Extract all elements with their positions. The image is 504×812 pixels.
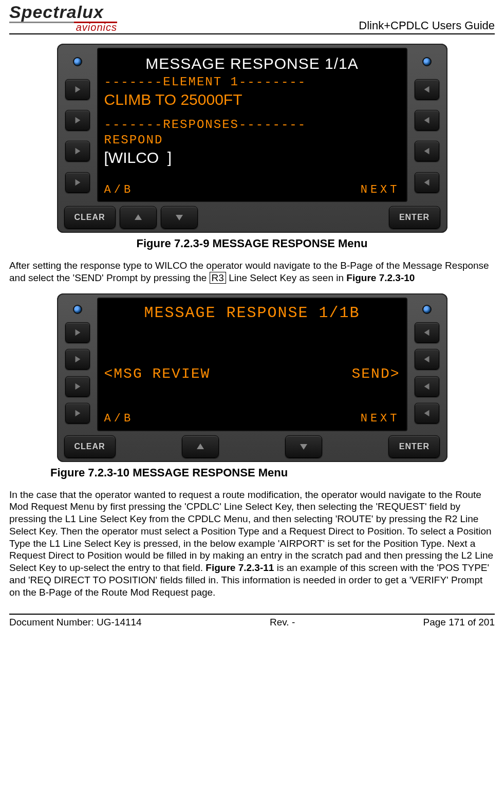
triangle-right-icon [73, 355, 82, 364]
lsk-r1[interactable] [415, 79, 439, 100]
lsk-r3[interactable] [415, 376, 439, 397]
indicator-light [422, 57, 432, 66]
key-label: R3 [210, 272, 226, 284]
msg-review-prompt: <MSG REVIEW [104, 365, 211, 383]
logo-main: Spectralux [9, 3, 117, 21]
triangle-left-icon [422, 116, 432, 125]
lsk-r2[interactable] [415, 110, 439, 131]
triangle-up-icon [195, 441, 206, 452]
cdu-bottom-row: CLEAR ENTER [62, 206, 442, 229]
cdu-bottom-row: CLEAR ENTER [62, 435, 442, 458]
svg-marker-13 [75, 410, 80, 417]
screen-action-row: <MSG REVIEW SEND> [104, 365, 400, 383]
bottom-left-label: A/B [104, 183, 134, 197]
respond-label: RESPOND [104, 133, 400, 148]
screen-bottom-row: A/B NEXT [104, 409, 400, 426]
svg-marker-2 [75, 148, 80, 155]
triangle-left-icon [422, 382, 432, 391]
indicator-light [422, 305, 432, 314]
revision: Rev. - [270, 617, 295, 628]
triangle-right-icon [73, 178, 82, 187]
down-arrow-button[interactable] [285, 435, 322, 458]
doc-number: Document Number: UG-14114 [9, 617, 142, 628]
cdu-device-1: MESSAGE RESPONSE 1/1A -------ELEMENT 1--… [57, 44, 447, 233]
body-paragraph-1: After setting the response type to WILCO… [9, 260, 495, 284]
lsk-l1[interactable] [65, 322, 90, 343]
send-prompt: SEND> [351, 365, 400, 383]
lsk-l3[interactable] [65, 376, 90, 397]
lsk-l1[interactable] [65, 79, 90, 100]
svg-marker-15 [424, 356, 429, 363]
element-header: -------ELEMENT 1-------- [104, 75, 400, 90]
triangle-left-icon [422, 146, 432, 156]
up-arrow-button[interactable] [182, 435, 219, 458]
clear-button[interactable]: CLEAR [64, 435, 116, 458]
figure-caption-2: Figure 7.2.3-10 MESSAGE RESPONSE Menu [9, 466, 495, 479]
screen-bottom-row: A/B NEXT [104, 180, 400, 197]
lsk-r4[interactable] [415, 403, 439, 423]
lsk-r1[interactable] [415, 322, 439, 343]
svg-marker-11 [75, 356, 80, 363]
screen-title: MESSAGE RESPONSE 1/1A [104, 54, 400, 73]
svg-marker-9 [176, 215, 183, 220]
cdu-device-2: MESSAGE RESPONSE 1/1B <MSG REVIEW SEND> … [57, 293, 447, 462]
svg-marker-14 [424, 329, 429, 336]
svg-marker-16 [424, 383, 429, 390]
triangle-right-icon [73, 328, 82, 337]
svg-marker-4 [424, 86, 429, 93]
triangle-right-icon [73, 116, 82, 125]
element-value: CLIMB TO 25000FT [104, 90, 400, 109]
enter-button[interactable]: ENTER [388, 435, 440, 458]
enter-button[interactable]: ENTER [389, 206, 440, 229]
svg-marker-6 [424, 148, 429, 155]
triangle-right-icon [73, 382, 82, 391]
bottom-right-label: NEXT [361, 412, 400, 426]
triangle-left-icon [422, 409, 432, 418]
logo-sub: avionics [76, 22, 117, 32]
svg-marker-17 [424, 410, 429, 417]
up-arrow-button[interactable] [120, 206, 157, 229]
lsk-r3[interactable] [415, 141, 439, 161]
triangle-down-icon [174, 212, 184, 223]
cdu-screen-2: MESSAGE RESPONSE 1/1B <MSG REVIEW SEND> … [97, 298, 407, 431]
svg-marker-1 [75, 117, 80, 124]
respond-value: [WILCO ] [104, 148, 400, 168]
lsk-r2[interactable] [415, 349, 439, 370]
svg-marker-0 [75, 86, 80, 93]
triangle-left-icon [422, 328, 432, 337]
page-header: Spectralux avionics Dlink+CPDLC Users Gu… [9, 0, 495, 34]
screen-title: MESSAGE RESPONSE 1/1B [104, 304, 400, 323]
lsk-l2[interactable] [65, 110, 90, 131]
svg-marker-12 [75, 383, 80, 390]
svg-marker-18 [197, 444, 204, 449]
lsk-l4[interactable] [65, 172, 90, 193]
indicator-light [73, 305, 82, 314]
triangle-right-icon [73, 409, 82, 418]
lsk-l4[interactable] [65, 403, 90, 423]
bottom-right-label: NEXT [361, 183, 400, 197]
page-footer: Document Number: UG-14114 Rev. - Page 17… [9, 614, 495, 628]
right-lsk-column [412, 298, 442, 431]
svg-marker-5 [424, 117, 429, 124]
bottom-left-label: A/B [104, 412, 134, 426]
triangle-down-icon [298, 441, 309, 452]
svg-marker-8 [135, 214, 142, 220]
triangle-left-icon [422, 355, 432, 364]
lsk-l3[interactable] [65, 141, 90, 161]
svg-marker-19 [300, 444, 307, 450]
down-arrow-button[interactable] [161, 206, 198, 229]
lsk-l2[interactable] [65, 349, 90, 370]
left-lsk-column [62, 298, 93, 431]
right-lsk-column [412, 48, 442, 202]
svg-marker-10 [75, 329, 80, 336]
triangle-left-icon [422, 85, 432, 94]
triangle-left-icon [422, 178, 432, 187]
body-paragraph-2: In the case that the operator wanted to … [9, 489, 495, 599]
clear-button[interactable]: CLEAR [64, 206, 116, 229]
document-title: Dlink+CPDLC Users Guide [359, 19, 495, 32]
svg-marker-7 [424, 179, 429, 186]
figure-caption-1: Figure 7.2.3-9 MESSAGE RESPONSE Menu [9, 237, 495, 250]
left-lsk-column [62, 48, 93, 202]
triangle-right-icon [73, 85, 82, 94]
lsk-r4[interactable] [415, 172, 439, 193]
